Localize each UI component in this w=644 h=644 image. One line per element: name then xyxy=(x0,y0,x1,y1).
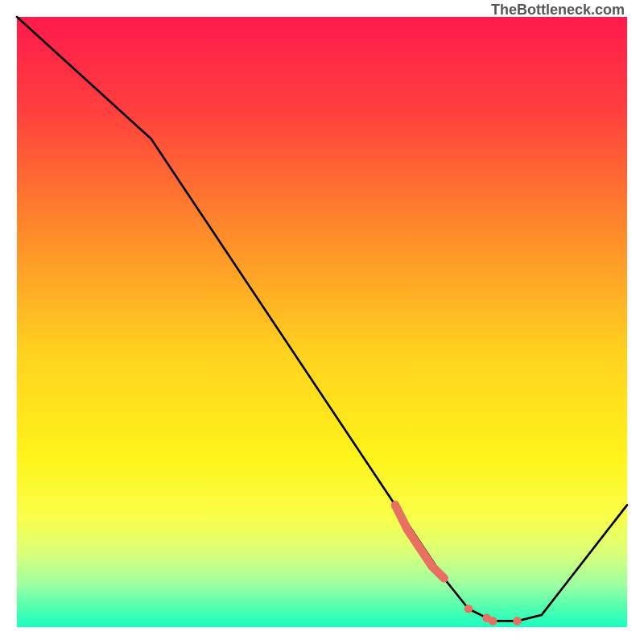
chart-container: TheBottleneck.com xyxy=(0,0,644,644)
plot-area xyxy=(16,16,628,628)
highlight-point xyxy=(489,617,497,625)
highlight-points xyxy=(464,605,522,625)
watermark-text: TheBottleneck.com xyxy=(491,2,625,19)
bottleneck-curve xyxy=(17,17,627,621)
curve-layer xyxy=(17,17,627,627)
highlight-segment xyxy=(395,505,444,578)
highlight-point xyxy=(513,617,522,625)
highlight-point xyxy=(464,605,473,613)
